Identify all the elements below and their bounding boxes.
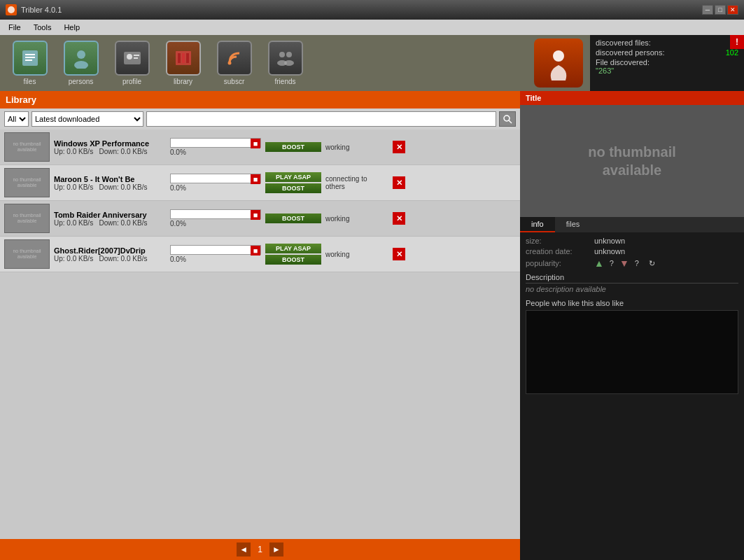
svg-rect-12 xyxy=(178,53,181,63)
window-controls: ─ □ ✕ xyxy=(702,5,738,15)
delete-button-2[interactable]: ✕ xyxy=(393,176,405,189)
item-status-2: connecting to others xyxy=(325,175,388,190)
progress-bar-2: ■ xyxy=(170,174,261,183)
menu-file[interactable]: File xyxy=(3,22,27,33)
item-name-3: Tomb Raider Anniversary xyxy=(54,211,166,219)
stats-file-discovered: File discovered: "263" xyxy=(593,57,741,76)
progress-pct-3: 0.0% xyxy=(170,220,261,227)
delete-button-3[interactable]: ✕ xyxy=(393,212,405,225)
progress-pct-4: 0.0% xyxy=(170,255,261,263)
item-status-4: working xyxy=(325,251,388,258)
action-btns-4: PLAY ASAP BOOST xyxy=(265,244,321,265)
boost-button-2[interactable]: BOOST xyxy=(265,183,321,193)
svg-rect-10 xyxy=(134,57,138,59)
svg-rect-14 xyxy=(186,53,189,63)
svg-point-20 xyxy=(553,50,564,62)
stop-button-2[interactable]: ■ xyxy=(251,174,260,184)
svg-rect-3 xyxy=(25,57,35,58)
toolbar-library[interactable]: library xyxy=(160,41,206,85)
tribler-logo xyxy=(534,38,583,88)
action-btns-2: PLAY ASAP BOOST xyxy=(265,172,321,193)
tab-files[interactable]: files xyxy=(555,217,591,232)
item-info-4: Ghost.Rider[2007]DvDrip Up: 0.0 KB/s Dow… xyxy=(54,246,166,262)
files-label: files xyxy=(24,78,36,85)
prev-page-button[interactable]: ◄ xyxy=(237,542,251,556)
svg-point-8 xyxy=(127,54,132,59)
svg-point-15 xyxy=(227,62,231,65)
play-asap-button-2[interactable]: PLAY ASAP xyxy=(265,172,321,182)
people-box xyxy=(526,310,738,394)
next-page-button[interactable]: ► xyxy=(269,542,283,556)
close-button[interactable]: ✕ xyxy=(727,5,738,15)
item-name-2: Maroon 5 - It Won't Be xyxy=(54,175,166,183)
right-panel: Title no thumbnailavailable info files s… xyxy=(520,91,744,560)
delete-button-1[interactable]: ✕ xyxy=(393,141,405,153)
toolbar-persons[interactable]: persons xyxy=(58,41,104,85)
alert-button[interactable]: ! xyxy=(730,35,744,49)
boost-button-1[interactable]: BOOST xyxy=(265,142,321,152)
popularity-down-q: ? xyxy=(635,259,639,267)
svg-point-5 xyxy=(77,50,85,59)
svg-point-16 xyxy=(279,52,285,57)
filter-all-select[interactable]: All xyxy=(4,111,29,127)
info-tabs: info files xyxy=(520,217,744,232)
stats-persons-label: discovered persons: xyxy=(596,48,664,57)
toolbar-friends[interactable]: friends xyxy=(262,41,308,85)
download-item: no thumbnailavailable Maroon 5 - It Won'… xyxy=(0,165,520,201)
maximize-button[interactable]: □ xyxy=(715,5,726,15)
item-up-1: Up: 0.0 KB/s Down: 0.0 KB/s xyxy=(54,148,166,155)
stats-persons-row: discovered persons: 102 xyxy=(593,48,741,57)
search-input[interactable] xyxy=(146,111,496,127)
boost-button-4[interactable]: BOOST xyxy=(265,255,321,265)
popularity-up-q: ? xyxy=(610,259,614,267)
library-panel: Library All Latest downloaded xyxy=(0,91,520,560)
item-up-4: Up: 0.0 KB/s Down: 0.0 KB/s xyxy=(54,255,166,262)
filter-sort-select[interactable]: Latest downloaded xyxy=(31,111,143,127)
friends-icon xyxy=(268,41,303,76)
menu-help[interactable]: Help xyxy=(58,22,85,33)
item-info-3: Tomb Raider Anniversary Up: 0.0 KB/s Dow… xyxy=(54,211,166,227)
item-up-3: Up: 0.0 KB/s Down: 0.0 KB/s xyxy=(54,219,166,227)
library-icon xyxy=(166,41,201,76)
minimize-button[interactable]: ─ xyxy=(702,5,713,15)
app-title: Tribler 4.0.1 xyxy=(6,4,62,15)
toolbar-subscr[interactable]: subscr xyxy=(211,41,257,85)
delete-button-4[interactable]: ✕ xyxy=(393,248,405,260)
play-asap-button-4[interactable]: PLAY ASAP xyxy=(265,244,321,253)
subscr-icon xyxy=(217,41,252,76)
stats-files-row: discovered files: 75 xyxy=(593,38,741,48)
app-icon xyxy=(6,4,17,15)
refresh-icon[interactable]: ↻ xyxy=(649,259,655,268)
description-text: no description available xyxy=(526,285,738,293)
info-content: size: unknown creation date: unknown pop… xyxy=(520,232,744,560)
stop-button-4[interactable]: ■ xyxy=(251,246,260,255)
thumbnail-2: no thumbnailavailable xyxy=(4,168,50,197)
toolbar-files[interactable]: files xyxy=(7,41,52,85)
info-size-row: size: unknown xyxy=(526,237,738,245)
progress-area-4: ■ 0.0% xyxy=(170,245,261,263)
progress-bar-4: ■ xyxy=(170,245,261,255)
boost-button-3[interactable]: BOOST xyxy=(265,214,321,223)
progress-area-1: ■ 0.0% xyxy=(170,138,261,156)
tab-info[interactable]: info xyxy=(520,217,555,232)
svg-point-19 xyxy=(284,60,294,66)
profile-icon xyxy=(115,41,150,76)
persons-icon xyxy=(64,41,99,76)
stats-persons-value: 102 xyxy=(726,48,738,57)
stop-button-3[interactable]: ■ xyxy=(251,210,260,220)
stop-button-1[interactable]: ■ xyxy=(251,139,260,148)
titlebar: Tribler 4.0.1 ─ □ ✕ xyxy=(0,0,744,20)
persons-label: persons xyxy=(69,78,94,85)
library-label: library xyxy=(174,78,192,85)
main-area: Library All Latest downloaded xyxy=(0,91,744,560)
progress-pct-1: 0.0% xyxy=(170,148,261,156)
svg-point-17 xyxy=(286,52,292,57)
search-button[interactable] xyxy=(499,111,516,127)
subscr-label: subscr xyxy=(224,78,244,85)
info-creation-row: creation date: unknown xyxy=(526,247,738,255)
svg-point-0 xyxy=(8,6,15,13)
progress-pct-2: 0.0% xyxy=(170,184,261,192)
toolbar-profile[interactable]: profile xyxy=(109,41,155,85)
menu-tools[interactable]: Tools xyxy=(28,22,57,33)
toolbar: files persons profile xyxy=(0,35,744,91)
